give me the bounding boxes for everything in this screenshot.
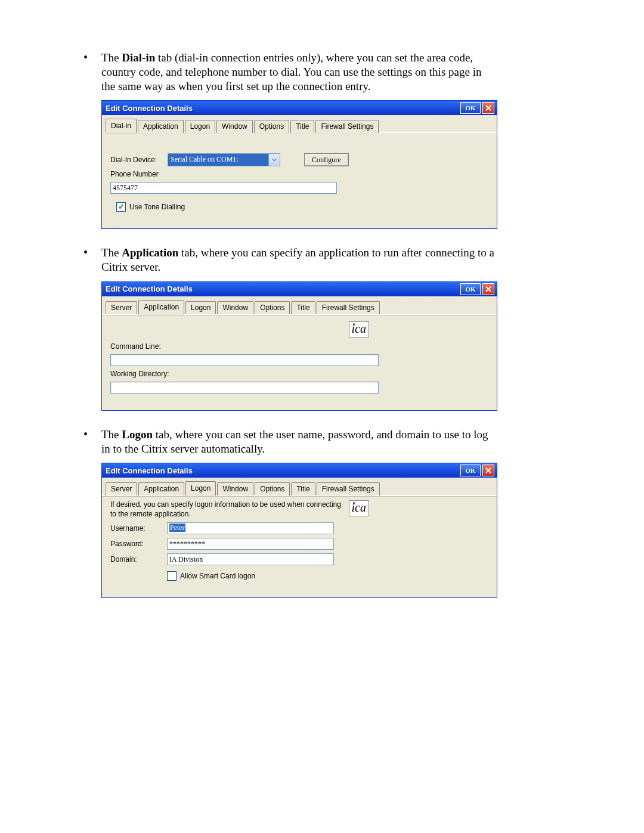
- tab-options[interactable]: Options: [254, 120, 289, 133]
- close-icon: [485, 467, 491, 473]
- text-bold: Logon: [122, 428, 153, 441]
- close-icon: [485, 105, 491, 111]
- tab-window[interactable]: Window: [216, 120, 253, 133]
- allow-smart-card-logon-checkbox[interactable]: [167, 571, 177, 581]
- tab-firewall-settings[interactable]: Firewall Settings: [317, 482, 380, 496]
- text: The: [101, 246, 122, 259]
- dialog-logon: Edit Connection Details OK Server Applic…: [101, 463, 497, 598]
- command-line-input[interactable]: [110, 354, 379, 366]
- bullet-application: The Application tab, where you can speci…: [101, 246, 495, 274]
- text: tab (dial-in connection entries only), w…: [101, 51, 481, 92]
- dial-in-device-value: Serial Cable on COM1:: [168, 154, 268, 166]
- username-input[interactable]: Peter: [167, 522, 334, 534]
- tab-options[interactable]: Options: [255, 301, 290, 314]
- username-label: Username:: [110, 524, 167, 532]
- working-directory-label: Working Directory:: [110, 370, 169, 378]
- close-icon: [485, 286, 491, 292]
- text: tab, where you can set the user name, pa…: [101, 428, 488, 455]
- tabstrip: Dial-in Application Logon Window Options…: [102, 115, 497, 134]
- tab-title[interactable]: Title: [291, 482, 315, 496]
- text: The: [101, 51, 122, 64]
- tab-application[interactable]: Application: [138, 300, 184, 315]
- tab-window[interactable]: Window: [217, 482, 253, 496]
- tab-logon[interactable]: Logon: [185, 301, 216, 314]
- dialog-body: Dial-In Device: Serial Cable on COM1: Co…: [102, 134, 497, 228]
- use-tone-dialling-label: Use Tone Dialling: [129, 203, 185, 211]
- tabstrip: Server Application Logon Window Options …: [102, 478, 497, 496]
- text: The: [101, 428, 122, 441]
- allow-smart-card-logon-label: Allow Smart Card logon: [180, 572, 255, 580]
- tab-logon[interactable]: Logon: [185, 120, 215, 133]
- window-title: Edit Connection Details: [106, 104, 193, 113]
- tab-window[interactable]: Window: [217, 301, 253, 314]
- dialog-body: ica Command Line: Working Directory:: [102, 315, 497, 410]
- tab-application[interactable]: Application: [138, 482, 184, 496]
- tab-title[interactable]: Title: [290, 120, 314, 133]
- username-value: Peter: [169, 524, 185, 532]
- use-tone-dialling-checkbox[interactable]: [116, 202, 126, 212]
- bullet-logon: The Logon tab, where you can set the use…: [101, 428, 495, 456]
- text-bold: Application: [122, 246, 178, 259]
- tab-title[interactable]: Title: [291, 301, 315, 314]
- tab-server[interactable]: Server: [106, 482, 137, 496]
- dial-in-device-dropdown[interactable]: Serial Cable on COM1:: [168, 153, 280, 166]
- working-directory-input[interactable]: [110, 382, 379, 394]
- tab-options[interactable]: Options: [255, 482, 290, 496]
- tab-logon[interactable]: Logon: [185, 481, 216, 496]
- ica-logo: ica: [349, 321, 369, 337]
- logon-hint: If desired, you can specify logon inform…: [110, 500, 349, 519]
- tab-dial-in[interactable]: Dial-in: [106, 119, 137, 134]
- window-title: Edit Connection Details: [106, 466, 193, 475]
- tab-server[interactable]: Server: [106, 301, 137, 314]
- dialog-body: If desired, you can specify logon inform…: [102, 496, 497, 597]
- tab-firewall-settings[interactable]: Firewall Settings: [317, 301, 380, 314]
- tab-application[interactable]: Application: [138, 120, 184, 133]
- password-label: Password:: [110, 540, 167, 548]
- close-button[interactable]: [482, 283, 494, 295]
- window-title: Edit Connection Details: [106, 284, 193, 293]
- ok-button[interactable]: OK: [460, 102, 481, 114]
- ok-button[interactable]: OK: [460, 283, 481, 295]
- command-line-label: Command Line:: [110, 342, 161, 351]
- text-bold: Dial-in: [122, 51, 155, 64]
- titlebar: Edit Connection Details OK: [102, 282, 497, 296]
- ok-label: OK: [465, 467, 475, 474]
- domain-label: Domain:: [110, 555, 167, 563]
- ok-button[interactable]: OK: [460, 465, 481, 476]
- password-input[interactable]: [167, 538, 334, 550]
- configure-button[interactable]: Configure: [304, 153, 349, 166]
- tabstrip: Server Application Logon Window Options …: [102, 296, 497, 315]
- dialog-application: Edit Connection Details OK Server Applic…: [101, 281, 497, 411]
- chevron-down-icon[interactable]: [268, 154, 280, 166]
- bullet-dialin: The Dial-in tab (dial-in connection entr…: [101, 51, 495, 93]
- titlebar: Edit Connection Details OK: [102, 101, 497, 115]
- close-button[interactable]: [482, 102, 494, 114]
- close-button[interactable]: [482, 465, 494, 476]
- titlebar: Edit Connection Details OK: [102, 463, 497, 478]
- ica-logo: ica: [349, 500, 369, 516]
- domain-input[interactable]: [167, 553, 334, 565]
- tab-firewall-settings[interactable]: Firewall Settings: [315, 120, 379, 133]
- phone-number-label: Phone Number: [110, 170, 159, 178]
- dial-in-device-label: Dial-In Device:: [110, 156, 168, 164]
- phone-number-input[interactable]: [110, 182, 337, 194]
- ok-label: OK: [465, 286, 475, 293]
- ok-label: OK: [465, 104, 475, 112]
- dialog-dialin: Edit Connection Details OK Dial-in Appli…: [101, 100, 497, 229]
